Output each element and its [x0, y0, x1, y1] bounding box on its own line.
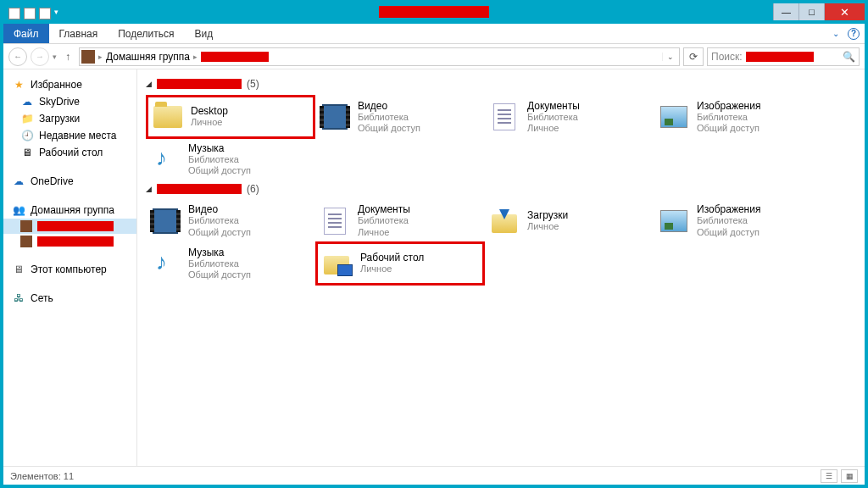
- qat-icon[interactable]: [8, 8, 20, 19]
- item-subtitle: Общий доступ: [188, 227, 251, 238]
- sidebar-item-skydrive[interactable]: ☁SkyDrive: [3, 93, 136, 110]
- desktop-icon: 🖥: [20, 146, 34, 159]
- qat-icon[interactable]: [24, 8, 36, 19]
- ribbon-expand-icon[interactable]: ⌄: [832, 29, 839, 38]
- sidebar-item-desktop[interactable]: 🖥Рабочий стол: [3, 144, 136, 161]
- location-icon: [81, 50, 95, 64]
- address-dropdown-icon[interactable]: ⌄: [662, 53, 677, 61]
- window-controls: — □ ✕: [773, 3, 865, 20]
- item-subtitle: Библиотека: [188, 215, 251, 226]
- maximize-button[interactable]: □: [798, 3, 824, 20]
- item-subtitle: Общий доступ: [697, 227, 760, 238]
- explorer-window: ▾ — □ ✕ Файл Главная Поделиться Вид ⌄ ? …: [3, 3, 865, 485]
- group-count: (6): [247, 183, 259, 195]
- titlebar[interactable]: ▾ — □ ✕: [3, 3, 865, 24]
- sidebar-network[interactable]: 🖧Сеть: [3, 290, 136, 307]
- doc-icon: [488, 101, 520, 133]
- sidebar-user[interactable]: [3, 234, 136, 249]
- video-icon: [319, 101, 351, 133]
- ribbon-tab-home[interactable]: Главная: [49, 24, 108, 43]
- group-header[interactable]: ◢(5): [146, 78, 856, 90]
- item-title: Музыка: [188, 247, 251, 258]
- star-icon: ★: [12, 78, 25, 92]
- folder-item[interactable]: Рабочий столЛичное: [315, 241, 485, 286]
- user-icon: [20, 236, 32, 247]
- refresh-button[interactable]: ⟳: [683, 47, 704, 66]
- item-title: Desktop: [191, 105, 228, 117]
- download-icon: [488, 205, 520, 237]
- item-subtitle: Библиотека: [697, 215, 760, 226]
- item-subtitle: Личное: [358, 227, 410, 238]
- group-header[interactable]: ◢(6): [146, 183, 856, 195]
- item-title: Загрузки: [527, 209, 568, 221]
- group-count: (5): [247, 78, 259, 90]
- content-pane[interactable]: ◢(5)DesktopЛичноеВидеоБиблиотекаОбщий до…: [137, 69, 865, 466]
- network-icon: 🖧: [12, 291, 25, 305]
- ribbon-tab-share[interactable]: Поделиться: [108, 24, 184, 43]
- folder-item[interactable]: DesktopЛичное: [146, 95, 315, 139]
- close-button[interactable]: ✕: [824, 3, 865, 20]
- folder-item[interactable]: ДокументыБиблиотекаЛичное: [485, 95, 654, 139]
- folder-item[interactable]: ЗагрузкиЛичное: [485, 200, 654, 241]
- folder-item[interactable]: ВидеоБиблиотекаОбщий доступ: [315, 95, 485, 139]
- folder-item[interactable]: МузыкаБиблиотекаОбщий доступ: [146, 139, 315, 180]
- search-box[interactable]: Поиск: 🔍: [707, 47, 860, 66]
- item-title: Видео: [358, 100, 420, 112]
- folder-item[interactable]: ВидеоБиблиотекаОбщий доступ: [146, 200, 315, 241]
- folder-item[interactable]: ИзображенияБиблиотекаОбщий доступ: [654, 200, 824, 241]
- folder-item[interactable]: ДокументыБиблиотекаЛичное: [315, 200, 485, 241]
- navbar: ← → ▾ ↑ ▸ Домашняя группа ▸ ⌄ ⟳ Поиск: 🔍: [3, 44, 865, 69]
- ribbon-tab-view[interactable]: Вид: [184, 24, 223, 43]
- desktop-icon: [321, 247, 353, 280]
- breadcrumb-sep-icon[interactable]: ▸: [192, 53, 199, 61]
- doc-icon: [319, 205, 351, 237]
- item-title: Документы: [358, 203, 410, 215]
- item-title: Видео: [188, 203, 251, 215]
- item-subtitle: Личное: [360, 263, 424, 274]
- collapse-icon[interactable]: ◢: [146, 185, 152, 193]
- item-subtitle: Личное: [527, 221, 568, 232]
- sidebar-item-downloads[interactable]: 📁Загрузки: [3, 110, 136, 127]
- breadcrumb-root[interactable]: Домашняя группа: [106, 51, 190, 63]
- qat: ▾: [3, 8, 58, 19]
- breadcrumb-redacted[interactable]: [201, 52, 269, 62]
- sidebar-user[interactable]: [3, 219, 136, 234]
- search-icon[interactable]: 🔍: [843, 51, 855, 63]
- qat-icon[interactable]: [39, 8, 51, 19]
- sidebar-homegroup[interactable]: 👥Домашняя группа: [3, 202, 136, 219]
- homegroup-icon: 👥: [12, 203, 25, 217]
- user-icon: [20, 220, 32, 232]
- search-redacted: [746, 52, 814, 62]
- breadcrumb-sep-icon[interactable]: ▸: [97, 53, 104, 61]
- minimize-button[interactable]: —: [773, 3, 798, 20]
- collapse-icon[interactable]: ◢: [146, 80, 152, 88]
- view-details-button[interactable]: ☰: [821, 469, 837, 483]
- item-subtitle: Библиотека: [188, 258, 251, 269]
- back-button[interactable]: ←: [8, 47, 27, 66]
- item-subtitle: Общий доступ: [188, 165, 251, 176]
- sidebar-onedrive[interactable]: ☁OneDrive: [3, 173, 136, 190]
- ribbon-file-tab[interactable]: Файл: [3, 24, 49, 43]
- address-bar[interactable]: ▸ Домашняя группа ▸ ⌄: [79, 47, 680, 66]
- sidebar-computer[interactable]: 🖥Этот компьютер: [3, 261, 136, 278]
- sidebar-item-recent[interactable]: 🕘Недавние места: [3, 127, 136, 144]
- folder-icon: 📁: [20, 112, 34, 125]
- status-text: Элементов: 11: [10, 471, 74, 481]
- sidebar-favorites[interactable]: ★Избранное: [3, 76, 136, 93]
- folder-item[interactable]: МузыкаБиблиотекаОбщий доступ: [146, 241, 315, 286]
- item-title: Рабочий стол: [360, 252, 424, 263]
- history-dropdown-icon[interactable]: ▾: [53, 53, 57, 61]
- item-subtitle: Библиотека: [358, 215, 410, 226]
- music-icon: [149, 247, 181, 280]
- search-label: Поиск:: [711, 51, 743, 63]
- forward-button[interactable]: →: [31, 47, 49, 66]
- img-icon: [658, 101, 690, 133]
- item-title: Музыка: [188, 142, 251, 154]
- view-icons-button[interactable]: ▦: [841, 469, 858, 483]
- cloud-icon: ☁: [12, 175, 25, 188]
- item-subtitle: Библиотека: [527, 112, 580, 123]
- folder-item[interactable]: ИзображенияБиблиотекаОбщий доступ: [654, 95, 824, 139]
- up-button[interactable]: ↑: [60, 49, 75, 64]
- help-icon[interactable]: ?: [848, 28, 860, 40]
- qat-dropdown-icon[interactable]: ▾: [54, 8, 58, 19]
